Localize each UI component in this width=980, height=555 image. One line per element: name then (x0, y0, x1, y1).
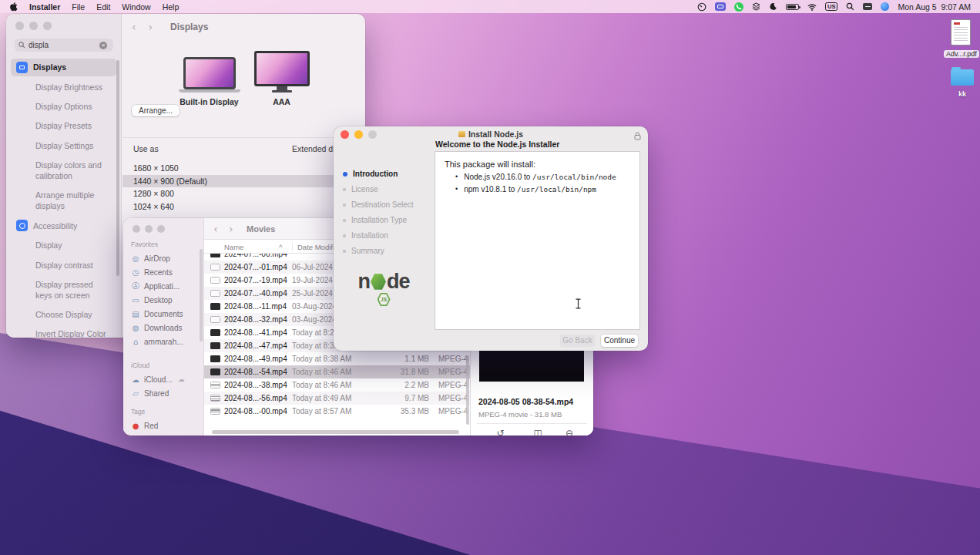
installer-header: Welcome to the Node.js Installer (435, 140, 559, 149)
video-thumbnail-icon (210, 342, 220, 349)
sidebar-item-pressed-keys[interactable]: Display pressed keys on screen (11, 276, 116, 304)
desktop-icon-folder[interactable]: kk (945, 66, 979, 99)
battery-icon[interactable] (786, 4, 799, 10)
sidebar-item-downloads[interactable]: ◍Downloads (131, 321, 200, 335)
airdrop-icon: ◎ (131, 254, 140, 263)
menu-window[interactable]: Window (122, 2, 150, 12)
back-icon[interactable] (132, 22, 136, 32)
file-row[interactable]: 2024-08...-49.mp4Today at 8:38 AM1.1 MBM… (204, 352, 470, 365)
spotlight-search-icon[interactable] (846, 2, 854, 11)
sidebar-item-choose-display[interactable]: Choose Display (11, 306, 116, 323)
file-row[interactable]: 2024-08...-38.mp4Today at 8:46 AM2.2 MBM… (204, 378, 470, 392)
zoom-button[interactable] (157, 225, 165, 233)
forward-icon[interactable] (149, 22, 153, 32)
sidebar-item-display-brightness[interactable]: Display Brightness (11, 79, 116, 96)
step-bullet-icon (343, 234, 346, 237)
use-as-label: Use as (133, 144, 159, 153)
sidebar-item-display[interactable]: Display (11, 237, 116, 254)
resolution-option-selected[interactable]: 1440 × 900 (Default) (123, 175, 365, 188)
favorites-section-title: Favorites (131, 240, 200, 248)
forward-icon[interactable] (229, 224, 233, 234)
keyboard-input-source[interactable]: US (825, 2, 837, 11)
menu-help[interactable]: Help (163, 2, 180, 12)
sidebar-item-display-contrast[interactable]: Display contrast (11, 257, 116, 274)
sidebar-item-airdrop[interactable]: ◎AirDrop (131, 251, 200, 265)
sidebar-scrollbar[interactable] (116, 60, 119, 276)
vertical-scrollbar[interactable] (466, 355, 469, 425)
close-button[interactable] (15, 22, 24, 30)
menu-edit[interactable]: Edit (96, 2, 110, 12)
sidebar-item-displays[interactable]: Displays (11, 59, 116, 76)
sidebar-item-icloud-drive[interactable]: ☁iCloud...☁ (131, 372, 200, 386)
step-installation: Installation (343, 231, 432, 240)
active-app-menu[interactable]: Installer (29, 2, 60, 12)
search-icon (18, 42, 25, 49)
clear-search-icon[interactable] (99, 42, 107, 49)
sidebar-item-display-options[interactable]: Display Options (11, 98, 116, 115)
desktop-icon-pdf[interactable]: Adv...r.pdf (944, 19, 978, 59)
sidebar-item-display-colors[interactable]: Display colors and calibration (11, 156, 116, 184)
sidebar-scrollbar[interactable] (200, 249, 203, 341)
go-back-button[interactable]: Go Back (560, 335, 595, 347)
trim-button[interactable]: ◫ Trim (532, 429, 545, 436)
column-header-name[interactable]: Name (224, 243, 243, 251)
menu-file[interactable]: File (72, 2, 85, 12)
sidebar-item-display-presets[interactable]: Display Presets (11, 117, 116, 134)
step-bullet-icon (343, 250, 346, 253)
horizontal-scrollbar[interactable] (212, 430, 459, 434)
sidebar-item-tag-orange[interactable]: ●Orange (131, 432, 200, 436)
resolution-option[interactable]: 1280 × 800 (123, 187, 365, 200)
menu-bar: Installer File Edit Window Help (0, 0, 980, 13)
finder-sidebar: Favorites ◎AirDrop ◷Recents ⒶApplicati..… (123, 218, 204, 436)
wifi-icon[interactable] (807, 3, 817, 11)
continue-button[interactable]: Continue (601, 335, 638, 347)
zoom-button[interactable] (43, 22, 52, 30)
sidebar-item-applications[interactable]: ⒶApplicati... (131, 279, 200, 293)
video-thumbnail-icon (210, 368, 220, 375)
icloud-section-title: iCloud (131, 362, 200, 369)
sidebar-item-accessibility[interactable]: Accessibility (11, 217, 116, 234)
laptop-base (179, 89, 240, 92)
whatsapp-icon[interactable] (734, 2, 743, 12)
apple-menu-icon[interactable] (9, 2, 18, 12)
file-row[interactable]: 2024-08...-56.mp4Today at 8:49 AM9.7 MBM… (204, 392, 470, 405)
menu-bar-clock[interactable]: Mon Aug 5 9:07 AM (898, 2, 971, 12)
rotate-left-button[interactable]: ↺ Rotate Left (485, 429, 517, 436)
sidebar-item-desktop[interactable]: ▭Desktop (131, 293, 200, 307)
file-row[interactable]: 2024-08...-00.mp4Today at 8:57 AM35.3 MB… (204, 405, 470, 418)
window-controls (133, 225, 165, 233)
sidebar-item-tag-red[interactable]: ●Red (131, 419, 200, 432)
blue-orb-status-icon[interactable] (881, 2, 889, 11)
rotate-left-icon: ↺ (496, 429, 504, 436)
window-controls (15, 22, 52, 30)
back-icon[interactable] (213, 224, 218, 234)
settings-search-field[interactable] (15, 39, 113, 52)
search-input[interactable] (29, 41, 96, 49)
minimize-button[interactable] (145, 225, 153, 233)
sidebar-item-shared[interactable]: ▱Shared (131, 386, 200, 400)
minimize-button[interactable] (29, 22, 38, 30)
sidebar-item-recents[interactable]: ◷Recents (131, 265, 200, 279)
desktop-icon-label: kk (956, 90, 968, 98)
sidebar-item-invert-shortcut[interactable]: Invert Display Color (Shortcut) (11, 325, 116, 338)
built-in-display-thumbnail[interactable]: Built-in Display (179, 57, 240, 106)
screen-mirroring-icon[interactable] (715, 2, 726, 11)
sidebar-item-home[interactable]: ⌂ammarah... (131, 335, 200, 348)
close-button[interactable] (133, 225, 140, 233)
external-display-thumbnail[interactable]: AAA (254, 51, 310, 106)
file-row-selected[interactable]: 2024-08...-54.mp4Today at 8:46 AM31.8 MB… (204, 365, 470, 378)
sidebar-item-arrange-displays[interactable]: Arrange multiple displays (11, 187, 116, 214)
focus-moon-icon[interactable] (769, 2, 777, 11)
arrange-button[interactable]: Arrange... (132, 105, 180, 116)
gauge-status-icon[interactable] (697, 2, 706, 12)
video-thumbnail-icon (210, 254, 220, 257)
menu-extra-icon[interactable] (863, 3, 872, 10)
resolution-option[interactable]: 1680 × 1050 (123, 162, 365, 175)
layers-status-icon[interactable] (752, 2, 760, 11)
resolution-option[interactable]: 1024 × 640 (123, 200, 365, 214)
sidebar-item-documents[interactable]: ▤Documents (131, 307, 200, 321)
more-button[interactable]: ⊖ More... (559, 429, 579, 436)
sidebar-item-display-settings[interactable]: Display Settings (11, 137, 116, 154)
step-introduction: Introduction (343, 170, 432, 178)
accessibility-icon (16, 220, 28, 231)
